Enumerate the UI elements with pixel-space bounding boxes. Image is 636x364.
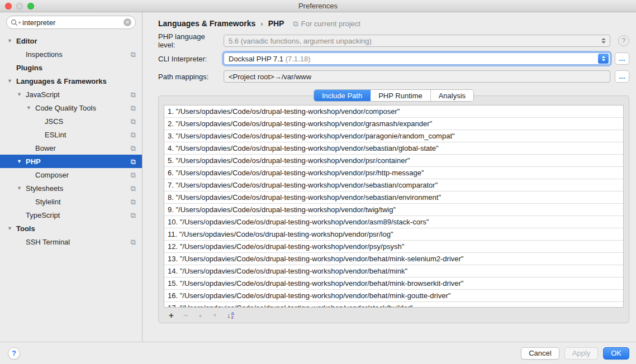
include-path-row[interactable]: 1. "/Users/opdavies/Code/os/drupal-testi…	[164, 106, 623, 118]
cancel-button[interactable]: Cancel	[521, 347, 559, 360]
sidebar-item-label: JavaScript	[26, 90, 60, 99]
sidebar-item-php[interactable]: ▼PHP⧉	[0, 155, 142, 168]
sidebar-item-jscs[interactable]: JSCS⧉	[0, 114, 142, 128]
sidebar-item-label: PHP	[26, 157, 41, 166]
include-path-row[interactable]: 14. "/Users/opdavies/Code/os/drupal-test…	[164, 265, 623, 277]
settings-sidebar: ▾ ✕ ▼EditorInspections⧉Plugins▼Languages…	[0, 12, 143, 342]
include-path-row[interactable]: 9. "/Users/opdavies/Code/os/drupal-testi…	[164, 204, 623, 216]
add-path-button[interactable]: +	[169, 310, 183, 320]
include-path-row[interactable]: 11. "/Users/opdavies/Code/os/drupal-test…	[164, 228, 623, 241]
settings-content: Languages & Frameworks › PHP ⧉ For curre…	[143, 12, 636, 342]
include-path-row[interactable]: 17. "/Users/opdavies/Code/os/drupal-test…	[164, 302, 623, 308]
preferences-window: Preferences ▾ ✕ ▼EditorInspections⧉Plugi…	[0, 0, 636, 364]
sidebar-item-label: TypeScript	[26, 211, 60, 219]
sidebar-item-typescript[interactable]: TypeScript⧉	[0, 208, 142, 222]
path-mappings-row: Path mappings: <Project root>→/var/www …	[158, 70, 629, 83]
project-settings-icon: ⧉	[131, 91, 136, 98]
tab-php-runtime[interactable]: PHP Runtime	[371, 90, 431, 101]
zoom-button[interactable]	[27, 3, 34, 9]
browse-interpreters-button[interactable]: …	[615, 52, 629, 65]
scope-note: ⧉ For current project	[293, 20, 360, 28]
include-path-row[interactable]: 16. "/Users/opdavies/Code/os/drupal-test…	[164, 290, 623, 302]
sidebar-item-tools[interactable]: ▼Tools	[0, 222, 142, 235]
chevron-up-down-icon[interactable]	[598, 54, 609, 64]
sidebar-item-plugins[interactable]: Plugins	[0, 61, 142, 74]
ok-button[interactable]: OK	[603, 347, 629, 360]
sidebar-item-label: Plugins	[16, 64, 42, 72]
include-path-row[interactable]: 13. "/Users/opdavies/Code/os/drupal-test…	[164, 253, 623, 265]
include-path-row[interactable]: 12. "/Users/opdavies/Code/os/drupal-test…	[164, 241, 623, 253]
include-path-row[interactable]: 10. "/Users/opdavies/Code/os/drupal-test…	[164, 216, 623, 228]
project-settings-icon: ⧉	[131, 145, 136, 152]
language-level-row: PHP language level: 5.6 (variadic functi…	[158, 35, 629, 47]
cli-interpreter-row: CLI Interpreter: Docksal PHP 7.1 (7.1.18…	[158, 52, 629, 65]
context-help-icon[interactable]: ?	[618, 35, 629, 46]
tab-include-path[interactable]: Include Path	[314, 90, 371, 101]
help-button[interactable]: ?	[8, 347, 20, 360]
breadcrumb-separator-icon: ›	[260, 20, 263, 28]
include-path-row[interactable]: 8. "/Users/opdavies/Code/os/drupal-testi…	[164, 191, 623, 204]
page-title: PHP	[268, 19, 284, 28]
search-icon[interactable]: ▾	[11, 19, 21, 26]
include-path-row[interactable]: 15. "/Users/opdavies/Code/os/drupal-test…	[164, 277, 623, 290]
sidebar-item-eslint[interactable]: ESLint⧉	[0, 128, 142, 141]
sidebar-item-languages-frameworks[interactable]: ▼Languages & Frameworks	[0, 74, 142, 88]
edit-path-mappings-button[interactable]: …	[615, 70, 629, 83]
minimize-button[interactable]	[16, 3, 23, 9]
sort-letters: az	[231, 312, 234, 319]
sort-alphabetically-button[interactable]: ↓az	[227, 311, 241, 319]
expand-arrow-icon[interactable]: ▼	[7, 78, 16, 84]
include-path-row[interactable]: 2. "/Users/opdavies/Code/os/drupal-testi…	[164, 118, 623, 130]
path-mappings-field[interactable]: <Project root>→/var/www	[224, 70, 610, 83]
sidebar-item-label: Editor	[16, 37, 37, 45]
sidebar-item-label: Code Quality Tools	[35, 104, 96, 112]
sidebar-item-editor[interactable]: ▼Editor	[0, 34, 142, 47]
include-path-row[interactable]: 4. "/Users/opdavies/Code/os/drupal-testi…	[164, 142, 623, 155]
expand-arrow-icon[interactable]: ▼	[7, 38, 16, 44]
include-path-list[interactable]: 1. "/Users/opdavies/Code/os/drupal-testi…	[164, 105, 624, 308]
expand-arrow-icon[interactable]: ▼	[7, 226, 16, 231]
clear-search-icon[interactable]: ✕	[124, 18, 131, 26]
cli-interpreter-version: (7.1.18)	[286, 55, 311, 63]
expand-arrow-icon[interactable]: ▼	[17, 185, 26, 191]
sidebar-item-label: Stylelint	[35, 198, 61, 206]
apply-button[interactable]: Apply	[564, 347, 599, 360]
sidebar-item-code-quality-tools[interactable]: ▼Code Quality Tools⧉	[0, 101, 142, 114]
sidebar-item-bower[interactable]: Bower⧉	[0, 141, 142, 155]
dialog-footer: ? Cancel Apply OK	[0, 342, 636, 364]
close-button[interactable]	[5, 3, 12, 9]
move-down-button: ▼	[212, 312, 227, 318]
remove-path-button: −	[183, 310, 198, 320]
include-path-row[interactable]: 5. "/Users/opdavies/Code/os/drupal-testi…	[164, 155, 623, 167]
sidebar-item-label: Tools	[16, 224, 35, 233]
path-mappings-label: Path mappings:	[158, 73, 224, 81]
project-settings-icon: ⧉	[131, 51, 136, 58]
include-path-row[interactable]: 3. "/Users/opdavies/Code/os/drupal-testi…	[164, 130, 623, 142]
sidebar-item-ssh-terminal[interactable]: SSH Terminal⧉	[0, 235, 142, 248]
scope-note-label: For current project	[301, 20, 360, 28]
breadcrumb-section: Languages & Frameworks	[158, 19, 255, 28]
tab-analysis[interactable]: Analysis	[431, 90, 473, 101]
include-path-panel: 1. "/Users/opdavies/Code/os/drupal-testi…	[158, 95, 629, 323]
project-settings-icon: ⧉	[131, 238, 136, 246]
cli-interpreter-select[interactable]: Docksal PHP 7.1 (7.1.18)	[224, 52, 610, 65]
search-input[interactable]	[22, 18, 122, 27]
include-path-row[interactable]: 7. "/Users/opdavies/Code/os/drupal-testi…	[164, 179, 623, 191]
include-path-row[interactable]: 6. "/Users/opdavies/Code/os/drupal-testi…	[164, 167, 623, 179]
search-options-arrow-icon[interactable]: ▾	[18, 20, 21, 25]
expand-arrow-icon[interactable]: ▼	[26, 105, 35, 111]
sidebar-item-stylesheets[interactable]: ▼Stylesheets⧉	[0, 181, 142, 195]
list-toolbar: +−▲▼↓az	[164, 308, 624, 323]
sidebar-item-inspections[interactable]: Inspections⧉	[0, 47, 142, 61]
project-settings-icon: ⧉	[131, 118, 136, 125]
path-mappings-value: <Project root>→/var/www	[229, 73, 311, 81]
settings-search-field[interactable]: ▾ ✕	[6, 16, 136, 29]
sidebar-item-label: Stylesheets	[26, 184, 63, 193]
sidebar-item-label: Bower	[35, 144, 56, 152]
expand-arrow-icon[interactable]: ▼	[17, 92, 26, 97]
sidebar-item-stylelint[interactable]: Stylelint⧉	[0, 195, 142, 208]
expand-arrow-icon[interactable]: ▼	[17, 159, 26, 164]
sidebar-item-javascript[interactable]: ▼JavaScript⧉	[0, 88, 142, 101]
sidebar-item-composer[interactable]: Composer⧉	[0, 168, 142, 181]
language-level-select[interactable]: 5.6 (variadic functions, argument unpack…	[224, 35, 610, 47]
